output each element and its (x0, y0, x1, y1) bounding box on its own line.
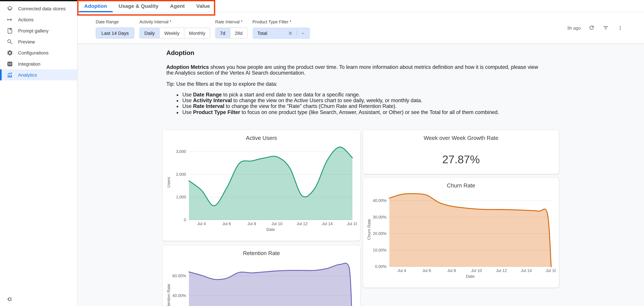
svg-text:0: 0 (184, 218, 186, 222)
activity-interval-weekly[interactable]: Weekly (160, 28, 184, 38)
sidebar-item-label: Actions (18, 17, 34, 22)
date-range-filter: Date Range Last 14 Days (96, 19, 134, 43)
rate-interval-7d[interactable]: 7d (216, 28, 230, 38)
growth-rate-title: Week over Week Growth Rate (366, 134, 556, 143)
tab-adoption[interactable]: Adoption (78, 0, 113, 12)
active-users-chart: 01,0002,0003,000Jul 4Jul 6Jul 8Jul 10Jul… (166, 143, 357, 238)
svg-text:Jul 14: Jul 14 (521, 268, 532, 273)
svg-text:40.00%: 40.00% (172, 293, 186, 298)
collapse-sidebar-button[interactable] (0, 292, 77, 306)
vertex-ai-analytics-page: Connected data stores Actions (0, 0, 644, 306)
svg-text:Jul 12: Jul 12 (496, 268, 507, 273)
tip-line: Tip: Use the filters at the top to explo… (166, 81, 559, 87)
svg-text:Jul 16: Jul 16 (546, 268, 556, 273)
configurations-icon (6, 49, 13, 56)
sidebar-item-integration[interactable]: Integration (0, 58, 77, 69)
tip-item: Use Product Type Filter to focus on one … (182, 109, 559, 115)
sidebar-item-label: Connected data stores (18, 6, 66, 11)
sidebar: Connected data stores Actions (0, 0, 78, 306)
svg-text:Jul 16: Jul 16 (347, 222, 357, 226)
data-stores-icon (6, 5, 13, 12)
sidebar-item-label: Configurations (18, 50, 48, 55)
svg-text:Jul 4: Jul 4 (197, 222, 206, 226)
activity-interval-monthly[interactable]: Monthly (184, 28, 210, 38)
svg-text:Jul 10: Jul 10 (272, 222, 282, 226)
product-type-value: Total (257, 31, 286, 36)
sidebar-nav: Connected data stores Actions (0, 0, 77, 80)
rate-interval-segmented: 7d 28d (215, 27, 248, 38)
collapse-panel-icon (6, 296, 13, 302)
page-title: Adoption (166, 43, 559, 57)
svg-text:Jul 8: Jul 8 (447, 268, 456, 273)
svg-text:1,000: 1,000 (176, 195, 186, 199)
svg-text:Jul 6: Jul 6 (222, 222, 231, 226)
dashboard-scroll-area[interactable]: Adoption Adoption Metrics shows you how … (78, 43, 644, 306)
intro-paragraph: Adoption Metrics shows you how people ar… (166, 64, 544, 76)
tips-list: Use Date Range to pick a start and end d… (166, 92, 559, 115)
sidebar-item-connected-data-stores[interactable]: Connected data stores (0, 3, 77, 14)
date-range-button[interactable]: Last 14 Days (96, 27, 134, 38)
refresh-icon[interactable] (588, 24, 595, 31)
integration-icon (6, 60, 13, 67)
sidebar-item-configurations[interactable]: Configurations (0, 47, 77, 58)
preview-icon (6, 38, 13, 45)
filter-bar: Date Range Last 14 Days Activity Interva… (78, 12, 644, 43)
svg-text:Retention Rate: Retention Rate (166, 284, 171, 306)
svg-text:3,000: 3,000 (176, 149, 186, 154)
tip-item: Use Activity Interval to change the view… (182, 98, 559, 104)
sidebar-item-prompt-gallery[interactable]: Prompt gallery (0, 25, 77, 36)
activity-interval-filter: Activity Interval * Daily Weekly Monthly (140, 19, 210, 43)
svg-text:Jul 6: Jul 6 (422, 268, 431, 273)
svg-text:0.00%: 0.00% (375, 264, 386, 269)
chevron-down-icon[interactable] (299, 30, 306, 37)
chip-divider (296, 30, 296, 36)
sidebar-item-actions[interactable]: Actions (0, 14, 77, 25)
product-type-label: Product Type Filter * (252, 19, 310, 24)
prompt-gallery-icon (6, 27, 13, 34)
chart-title: Retention Rate (166, 249, 357, 258)
svg-text:Users: Users (166, 177, 171, 188)
analytics-icon (6, 71, 13, 78)
refresh-cluster: 3h ago (567, 12, 624, 43)
product-type-select[interactable]: Total (252, 27, 310, 39)
sidebar-item-preview[interactable]: Preview (0, 36, 77, 47)
retention-rate-chart: 0.00%20.00%40.00%60.00%Jul 4Jul 6Jul 8Ju… (166, 258, 357, 306)
sidebar-item-analytics[interactable]: Analytics (0, 69, 77, 80)
clear-icon[interactable] (286, 30, 294, 37)
rate-interval-label: Rate Interval * (215, 19, 248, 24)
activity-interval-daily[interactable]: Daily (140, 28, 160, 38)
date-range-label: Date Range (96, 19, 134, 24)
filter-list-icon[interactable] (602, 24, 610, 31)
product-type-filter: Product Type Filter * Total (252, 19, 310, 43)
svg-text:20.00%: 20.00% (373, 231, 386, 236)
chart-title: Churn Rate (366, 181, 556, 190)
svg-text:Date: Date (266, 227, 275, 232)
svg-text:Date: Date (466, 274, 474, 279)
svg-text:60.00%: 60.00% (172, 274, 186, 278)
sidebar-item-label: Integration (18, 61, 40, 66)
svg-text:Churn Rate: Churn Rate (367, 219, 371, 240)
activity-interval-segmented: Daily Weekly Monthly (140, 27, 210, 38)
tab-usage-quality[interactable]: Usage & Quality (113, 0, 164, 12)
tab-agent[interactable]: Agent (164, 0, 190, 12)
last-refresh-label: 3h ago (567, 25, 581, 30)
sidebar-item-label: Prompt gallery (18, 28, 48, 33)
more-vert-icon[interactable] (616, 24, 624, 31)
svg-text:30.00%: 30.00% (373, 215, 386, 219)
actions-icon (6, 16, 13, 23)
svg-text:Jul 10: Jul 10 (471, 268, 482, 273)
main-area: Adoption Usage & Quality Agent Value Dat… (78, 0, 644, 306)
svg-text:10.00%: 10.00% (373, 248, 386, 252)
tab-value[interactable]: Value (190, 0, 216, 12)
growth-rate-card: Week over Week Growth Rate 27.87% (363, 130, 559, 174)
svg-text:40.00%: 40.00% (373, 198, 386, 203)
active-users-card: Active Users 01,0002,0003,000Jul 4Jul 6J… (162, 130, 360, 241)
activity-interval-label: Activity Interval * (140, 19, 210, 24)
sidebar-item-label: Analytics (18, 72, 37, 77)
tip-item: Use Date Range to pick a start and end d… (182, 92, 559, 98)
rate-interval-28d[interactable]: 28d (230, 28, 247, 38)
svg-text:2,000: 2,000 (176, 172, 186, 177)
chart-title: Active Users (166, 134, 357, 143)
churn-rate-card: Churn Rate 0.00%10.00%20.00%30.00%40.00%… (363, 178, 559, 288)
growth-rate-value: 27.87% (366, 153, 556, 166)
